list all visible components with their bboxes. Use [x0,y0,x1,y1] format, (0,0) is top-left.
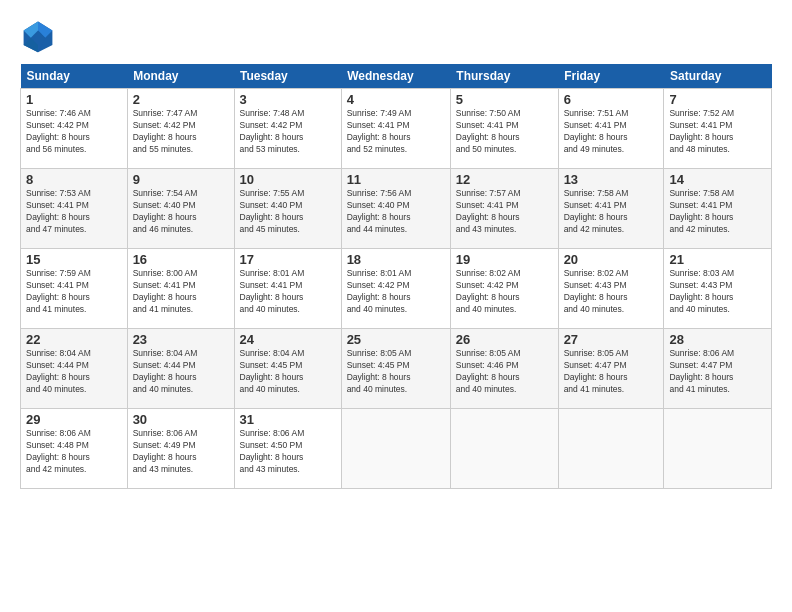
calendar-cell: 2Sunrise: 7:47 AM Sunset: 4:42 PM Daylig… [127,89,234,169]
calendar-cell: 7Sunrise: 7:52 AM Sunset: 4:41 PM Daylig… [664,89,772,169]
day-number: 11 [347,172,445,187]
day-info: Sunrise: 8:01 AM Sunset: 4:42 PM Dayligh… [347,268,445,316]
calendar-cell: 20Sunrise: 8:02 AM Sunset: 4:43 PM Dayli… [558,249,664,329]
day-number: 16 [133,252,229,267]
page: SundayMondayTuesdayWednesdayThursdayFrid… [0,0,792,612]
calendar-cell: 28Sunrise: 8:06 AM Sunset: 4:47 PM Dayli… [664,329,772,409]
day-number: 4 [347,92,445,107]
calendar-cell: 10Sunrise: 7:55 AM Sunset: 4:40 PM Dayli… [234,169,341,249]
day-info: Sunrise: 8:03 AM Sunset: 4:43 PM Dayligh… [669,268,766,316]
day-number: 7 [669,92,766,107]
day-info: Sunrise: 7:58 AM Sunset: 4:41 PM Dayligh… [669,188,766,236]
calendar-header-friday: Friday [558,64,664,89]
day-number: 13 [564,172,659,187]
day-number: 3 [240,92,336,107]
day-info: Sunrise: 8:01 AM Sunset: 4:41 PM Dayligh… [240,268,336,316]
day-number: 23 [133,332,229,347]
calendar-cell: 30Sunrise: 8:06 AM Sunset: 4:49 PM Dayli… [127,409,234,489]
calendar-row-0: 1Sunrise: 7:46 AM Sunset: 4:42 PM Daylig… [21,89,772,169]
calendar-cell: 24Sunrise: 8:04 AM Sunset: 4:45 PM Dayli… [234,329,341,409]
day-number: 1 [26,92,122,107]
day-number: 22 [26,332,122,347]
day-number: 17 [240,252,336,267]
day-number: 30 [133,412,229,427]
calendar-cell [341,409,450,489]
calendar-cell: 1Sunrise: 7:46 AM Sunset: 4:42 PM Daylig… [21,89,128,169]
day-number: 26 [456,332,553,347]
day-number: 5 [456,92,553,107]
calendar-row-3: 22Sunrise: 8:04 AM Sunset: 4:44 PM Dayli… [21,329,772,409]
day-info: Sunrise: 7:49 AM Sunset: 4:41 PM Dayligh… [347,108,445,156]
calendar-header-wednesday: Wednesday [341,64,450,89]
calendar-cell: 12Sunrise: 7:57 AM Sunset: 4:41 PM Dayli… [450,169,558,249]
calendar-cell: 6Sunrise: 7:51 AM Sunset: 4:41 PM Daylig… [558,89,664,169]
calendar-cell: 8Sunrise: 7:53 AM Sunset: 4:41 PM Daylig… [21,169,128,249]
day-info: Sunrise: 7:53 AM Sunset: 4:41 PM Dayligh… [26,188,122,236]
calendar-cell: 29Sunrise: 8:06 AM Sunset: 4:48 PM Dayli… [21,409,128,489]
day-info: Sunrise: 8:06 AM Sunset: 4:49 PM Dayligh… [133,428,229,476]
day-info: Sunrise: 7:55 AM Sunset: 4:40 PM Dayligh… [240,188,336,236]
day-info: Sunrise: 7:47 AM Sunset: 4:42 PM Dayligh… [133,108,229,156]
day-number: 28 [669,332,766,347]
day-info: Sunrise: 8:00 AM Sunset: 4:41 PM Dayligh… [133,268,229,316]
day-number: 15 [26,252,122,267]
logo [20,18,60,54]
day-info: Sunrise: 8:06 AM Sunset: 4:47 PM Dayligh… [669,348,766,396]
calendar-cell: 21Sunrise: 8:03 AM Sunset: 4:43 PM Dayli… [664,249,772,329]
day-info: Sunrise: 8:05 AM Sunset: 4:47 PM Dayligh… [564,348,659,396]
day-info: Sunrise: 7:50 AM Sunset: 4:41 PM Dayligh… [456,108,553,156]
calendar-cell: 18Sunrise: 8:01 AM Sunset: 4:42 PM Dayli… [341,249,450,329]
calendar-cell: 31Sunrise: 8:06 AM Sunset: 4:50 PM Dayli… [234,409,341,489]
day-info: Sunrise: 8:06 AM Sunset: 4:50 PM Dayligh… [240,428,336,476]
calendar-cell: 27Sunrise: 8:05 AM Sunset: 4:47 PM Dayli… [558,329,664,409]
day-info: Sunrise: 8:04 AM Sunset: 4:44 PM Dayligh… [133,348,229,396]
calendar-row-1: 8Sunrise: 7:53 AM Sunset: 4:41 PM Daylig… [21,169,772,249]
day-info: Sunrise: 8:06 AM Sunset: 4:48 PM Dayligh… [26,428,122,476]
calendar-cell: 26Sunrise: 8:05 AM Sunset: 4:46 PM Dayli… [450,329,558,409]
day-info: Sunrise: 7:58 AM Sunset: 4:41 PM Dayligh… [564,188,659,236]
calendar-cell: 3Sunrise: 7:48 AM Sunset: 4:42 PM Daylig… [234,89,341,169]
day-info: Sunrise: 8:02 AM Sunset: 4:42 PM Dayligh… [456,268,553,316]
day-info: Sunrise: 7:52 AM Sunset: 4:41 PM Dayligh… [669,108,766,156]
day-number: 12 [456,172,553,187]
day-info: Sunrise: 7:59 AM Sunset: 4:41 PM Dayligh… [26,268,122,316]
day-number: 19 [456,252,553,267]
day-info: Sunrise: 8:04 AM Sunset: 4:45 PM Dayligh… [240,348,336,396]
day-number: 8 [26,172,122,187]
calendar-cell: 14Sunrise: 7:58 AM Sunset: 4:41 PM Dayli… [664,169,772,249]
calendar-header-monday: Monday [127,64,234,89]
calendar-header-row: SundayMondayTuesdayWednesdayThursdayFrid… [21,64,772,89]
calendar-row-2: 15Sunrise: 7:59 AM Sunset: 4:41 PM Dayli… [21,249,772,329]
calendar-header-thursday: Thursday [450,64,558,89]
day-number: 24 [240,332,336,347]
day-info: Sunrise: 7:46 AM Sunset: 4:42 PM Dayligh… [26,108,122,156]
day-info: Sunrise: 7:51 AM Sunset: 4:41 PM Dayligh… [564,108,659,156]
calendar-header-tuesday: Tuesday [234,64,341,89]
day-number: 21 [669,252,766,267]
calendar-cell: 19Sunrise: 8:02 AM Sunset: 4:42 PM Dayli… [450,249,558,329]
day-number: 10 [240,172,336,187]
day-number: 18 [347,252,445,267]
day-number: 29 [26,412,122,427]
calendar-cell [450,409,558,489]
calendar: SundayMondayTuesdayWednesdayThursdayFrid… [20,64,772,489]
calendar-cell: 15Sunrise: 7:59 AM Sunset: 4:41 PM Dayli… [21,249,128,329]
calendar-cell: 17Sunrise: 8:01 AM Sunset: 4:41 PM Dayli… [234,249,341,329]
calendar-cell [558,409,664,489]
day-info: Sunrise: 8:02 AM Sunset: 4:43 PM Dayligh… [564,268,659,316]
day-info: Sunrise: 8:05 AM Sunset: 4:45 PM Dayligh… [347,348,445,396]
calendar-cell: 4Sunrise: 7:49 AM Sunset: 4:41 PM Daylig… [341,89,450,169]
day-number: 25 [347,332,445,347]
day-info: Sunrise: 7:57 AM Sunset: 4:41 PM Dayligh… [456,188,553,236]
day-number: 9 [133,172,229,187]
calendar-cell: 13Sunrise: 7:58 AM Sunset: 4:41 PM Dayli… [558,169,664,249]
day-info: Sunrise: 8:05 AM Sunset: 4:46 PM Dayligh… [456,348,553,396]
calendar-cell: 25Sunrise: 8:05 AM Sunset: 4:45 PM Dayli… [341,329,450,409]
calendar-row-4: 29Sunrise: 8:06 AM Sunset: 4:48 PM Dayli… [21,409,772,489]
calendar-header-sunday: Sunday [21,64,128,89]
day-number: 27 [564,332,659,347]
day-info: Sunrise: 7:56 AM Sunset: 4:40 PM Dayligh… [347,188,445,236]
calendar-cell [664,409,772,489]
day-info: Sunrise: 7:54 AM Sunset: 4:40 PM Dayligh… [133,188,229,236]
day-info: Sunrise: 8:04 AM Sunset: 4:44 PM Dayligh… [26,348,122,396]
